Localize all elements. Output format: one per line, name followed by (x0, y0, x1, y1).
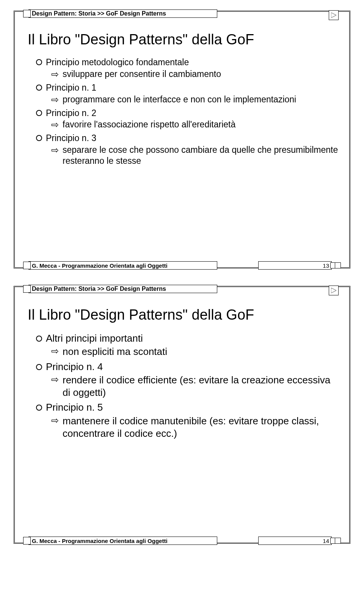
header-decoration: Design Pattern: Storia >> GoF Design Pat… (23, 9, 217, 18)
list-item-label: Principio n. 5 (46, 401, 339, 414)
arrow-right-icon: ⇨ (51, 94, 63, 105)
list-subitem-label: separare le cose che possono cambiare da… (63, 144, 339, 166)
next-icon (329, 10, 339, 20)
slide-page-13: Design Pattern: Storia >> GoF Design Pat… (0, 0, 364, 275)
list-subitem: ⇨programmare con le interfacce e non con… (51, 94, 339, 105)
footer-text: G. Mecca - Programmazione Orientata agli… (28, 537, 217, 545)
breadcrumb: Design Pattern: Storia >> GoF Design Pat… (28, 9, 217, 18)
deco-square-icon (23, 285, 31, 293)
slide-title: Il Libro "Design Patterns" della GoF (28, 31, 339, 48)
slide-page-14: Design Pattern: Storia >> GoF Design Pat… (0, 275, 364, 551)
list-subitem: ⇨rendere il codice efficiente (es: evita… (51, 374, 339, 399)
list-subitem: ⇨separare le cose che possono cambiare d… (51, 144, 339, 166)
arrow-right-icon: ⇨ (51, 119, 63, 130)
list-item-label: Principio n. 1 (46, 82, 339, 93)
page-number: 13 (258, 261, 332, 270)
svg-marker-0 (331, 13, 336, 18)
list-item-label: Principio n. 3 (46, 133, 339, 144)
arrow-right-icon: ⇨ (51, 69, 63, 80)
list-item: Altri principi importanti (36, 332, 339, 345)
footer-text: G. Mecca - Programmazione Orientata agli… (28, 261, 217, 270)
list-subitem-label: programmare con le interfacce e non con … (63, 94, 339, 105)
list-subitem: ⇨mantenere il codice manutenibile (es: e… (51, 415, 339, 440)
list-item: Principio n. 4 (36, 361, 339, 373)
list-item: Principio n. 1 (36, 82, 339, 93)
deco-square-icon (23, 262, 31, 269)
svg-marker-1 (331, 288, 336, 293)
list-item-label: Principio n. 4 (46, 361, 339, 373)
next-icon (329, 286, 339, 295)
list-item-label: Altri principi importanti (46, 332, 339, 345)
arrow-right-icon: ⇨ (51, 144, 63, 166)
arrow-right-icon: ⇨ (51, 374, 63, 399)
slide-title: Il Libro "Design Patterns" della GoF (28, 307, 339, 323)
list-item: Principio n. 5 (36, 401, 339, 414)
breadcrumb: Design Pattern: Storia >> GoF Design Pat… (28, 285, 217, 293)
footer-page-group: 13 (258, 261, 341, 270)
list-subitem: ⇨sviluppare per consentire il cambiament… (51, 69, 339, 80)
footer-page-group: 14 (258, 537, 341, 545)
list-subitem-label: mantenere il codice manutenibile (es: ev… (63, 415, 339, 440)
footer-decoration: G. Mecca - Programmazione Orientata agli… (23, 261, 217, 270)
list-subitem-label: rendere il codice efficiente (es: evitar… (63, 374, 339, 399)
footer-decoration: G. Mecca - Programmazione Orientata agli… (23, 537, 217, 545)
list-item-label: Principio metodologico fondamentale (46, 57, 339, 68)
slide-content: Altri principi importanti ⇨non espliciti… (36, 332, 339, 440)
slide-frame: Design Pattern: Storia >> GoF Design Pat… (14, 11, 350, 268)
list-subitem-label: sviluppare per consentire il cambiamento (63, 69, 339, 80)
list-item-label: Principio n. 2 (46, 108, 339, 119)
list-item: Principio metodologico fondamentale (36, 57, 339, 68)
arrow-right-icon: ⇨ (51, 415, 63, 440)
deco-square-icon (335, 538, 341, 544)
list-subitem: ⇨favorire l'associazione rispetto all'er… (51, 119, 339, 130)
list-item: Principio n. 2 (36, 108, 339, 119)
slide-frame: Design Pattern: Storia >> GoF Design Pat… (14, 286, 350, 544)
slide-content: Principio metodologico fondamentale ⇨svi… (36, 57, 339, 166)
deco-square-icon (23, 10, 31, 17)
arrow-right-icon: ⇨ (51, 345, 63, 358)
header-decoration: Design Pattern: Storia >> GoF Design Pat… (23, 285, 217, 293)
page-number: 14 (258, 537, 332, 545)
list-subitem-label: favorire l'associazione rispetto all'ere… (63, 119, 339, 130)
list-subitem-label: non espliciti ma scontati (63, 345, 339, 358)
list-item: Principio n. 3 (36, 133, 339, 144)
list-subitem: ⇨non espliciti ma scontati (51, 345, 339, 358)
deco-square-icon (23, 537, 31, 545)
deco-square-icon (335, 262, 341, 268)
